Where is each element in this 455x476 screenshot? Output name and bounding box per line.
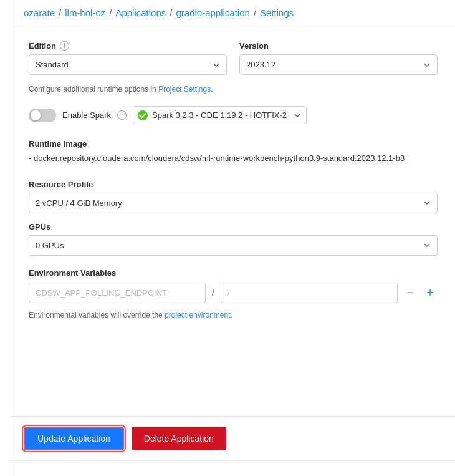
bottom-bar: [11, 460, 455, 476]
runtime-image-section: Runtime Image - docker.repository.cloude…: [29, 139, 438, 165]
project-environment-link[interactable]: project environment: [165, 311, 230, 319]
breadcrumb-section[interactable]: Applications: [115, 7, 166, 18]
project-settings-hint: Configure additional runtime options in …: [29, 85, 438, 94]
edition-info-icon[interactable]: i: [60, 41, 69, 51]
project-settings-link[interactable]: Project Settings: [158, 85, 211, 94]
spark-info-icon[interactable]: i: [117, 110, 127, 120]
env-vars-section: Environment Variables / − +: [29, 268, 438, 303]
toggle-thumb: [31, 110, 41, 120]
env-key-input[interactable]: [29, 283, 206, 303]
env-override-hint: Environmental variables will override th…: [29, 311, 438, 319]
update-application-button[interactable]: Update Application: [24, 427, 124, 450]
sep-4: /: [254, 7, 256, 18]
breadcrumb-app[interactable]: gradio-application: [176, 7, 249, 18]
left-bar: [0, 0, 11, 476]
breadcrumb-repo[interactable]: llm-hol-oz: [65, 7, 105, 18]
env-vars-label-row: Environment Variables: [29, 268, 438, 278]
edition-group: Edition i Standard NVIDIA GPU Edition Cl…: [29, 41, 227, 75]
edition-select[interactable]: Standard NVIDIA GPU Edition Cloudera Run…: [29, 54, 227, 75]
buttons-row: Update Application Delete Application: [11, 416, 455, 460]
breadcrumb-current: Settings: [260, 7, 294, 18]
gpus-label: GPUs: [29, 222, 50, 231]
edition-label-row: Edition i: [29, 41, 227, 51]
resource-profile-section: Resource Profile 2 vCPU / 4 GiB Memory 4…: [29, 180, 438, 213]
page-wrapper: ozarate / llm-hol-oz / Applications / gr…: [0, 0, 455, 476]
version-label-row: Version: [239, 41, 438, 51]
env-vars-input-row: / − +: [29, 283, 438, 303]
gpus-section: GPUs 0 GPUs 1 GPU 2 GPUs 4 GPUs: [29, 222, 438, 256]
enable-spark-label: Enable Spark: [62, 110, 111, 120]
edition-label: Edition: [29, 41, 56, 51]
env-remove-button[interactable]: −: [403, 285, 418, 300]
gpus-label-row: GPUs: [29, 222, 438, 231]
version-select[interactable]: 2023.12 2023.10 2023.08: [239, 54, 438, 75]
env-vars-label: Environment Variables: [29, 268, 116, 278]
sep-2: /: [109, 7, 112, 18]
delete-application-button[interactable]: Delete Application: [132, 427, 226, 450]
spark-version-wrapper: Spark 3.2.3 - CDE 1.19.2 - HOTFIX-2: [133, 106, 307, 124]
runtime-image-label: Runtime Image: [29, 139, 438, 148]
breadcrumb: ozarate / llm-hol-oz / Applications / gr…: [11, 0, 455, 26]
env-value-input[interactable]: [221, 283, 398, 303]
version-group: Version 2023.12 2023.10 2023.08: [239, 41, 438, 75]
env-add-button[interactable]: +: [423, 285, 438, 300]
resource-label-row: Resource Profile: [29, 180, 438, 189]
env-divider: /: [211, 288, 216, 298]
version-label: Version: [239, 41, 269, 51]
runtime-image-value: - docker.repository.cloudera.com/clouder…: [29, 152, 438, 165]
resource-profile-select[interactable]: 2 vCPU / 4 GiB Memory 4 vCPU / 8 GiB Mem…: [29, 193, 438, 213]
sep-3: /: [170, 7, 172, 18]
enable-spark-toggle[interactable]: [29, 109, 56, 122]
breadcrumb-org[interactable]: ozarate: [24, 7, 55, 18]
edition-version-row: Edition i Standard NVIDIA GPU Edition Cl…: [29, 41, 438, 75]
spark-row: Enable Spark i Spark 3.2.3 - CDE 1.19.2 …: [29, 106, 438, 124]
spark-version-select[interactable]: Spark 3.2.3 - CDE 1.19.2 - HOTFIX-2: [133, 106, 307, 124]
form-area: Edition i Standard NVIDIA GPU Edition Cl…: [11, 26, 455, 416]
resource-profile-label: Resource Profile: [29, 180, 93, 189]
gpus-select[interactable]: 0 GPUs 1 GPU 2 GPUs 4 GPUs: [29, 235, 438, 256]
main-content: ozarate / llm-hol-oz / Applications / gr…: [11, 0, 455, 476]
sep-1: /: [59, 7, 61, 18]
